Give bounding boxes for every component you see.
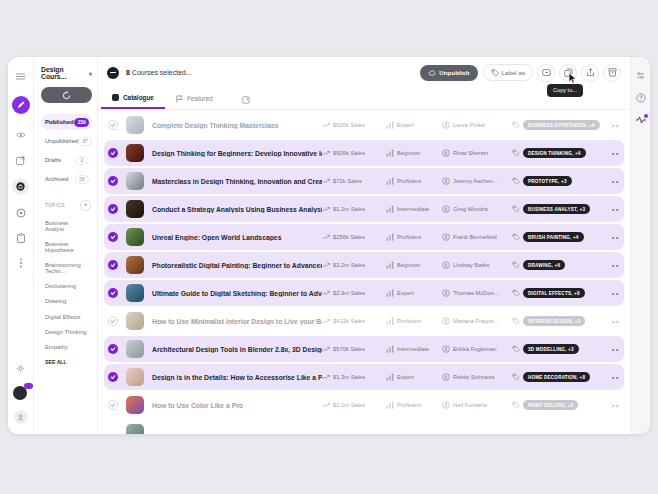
row-checkbox[interactable] [108,344,118,354]
course-table: Complete Design Thinking Masterclass $92… [98,110,630,434]
topic-decluttering[interactable]: Decluttering [41,279,92,294]
topic-badge[interactable]: PROTOTYPE, +3 [523,176,572,186]
workspace-switcher[interactable]: Design Cours... ▾ [41,66,92,80]
table-row[interactable]: Photorealistic Digital Painting: Beginne… [104,252,624,278]
row-checkbox[interactable] [108,260,118,270]
table-row[interactable]: Masterclass in Design Thinking, Innovati… [104,168,624,194]
row-more-button[interactable]: •• [602,318,620,325]
shopping-bag-icon-active[interactable] [12,178,29,195]
status-filter-published[interactable]: Published 239 [41,114,92,130]
settings-gear-icon[interactable] [14,361,28,375]
table-row[interactable]: Architectural Design Tools in Blender 2.… [104,336,624,362]
eye-icon[interactable] [14,128,28,142]
move-to-button[interactable] [537,64,555,82]
app-logo-pen-icon[interactable] [12,96,30,114]
row-more-button[interactable]: •• [602,290,620,297]
course-level: Beginner [397,150,420,156]
activity-icon[interactable] [636,116,646,124]
table-row[interactable]: Ultimate Guide to Digital Sketching: Beg… [104,280,624,306]
course-level: Proficient [397,318,421,324]
table-row[interactable]: Unreal Engine: Open World Landscapes $25… [104,224,624,250]
sync-button[interactable] [41,87,92,103]
see-all-link[interactable]: SEE ALL [41,355,92,369]
author-icon [442,177,450,185]
topic-badge[interactable]: INTERIOR DESIGN, +3 [523,316,585,326]
record-circle-icon[interactable] [14,206,28,220]
row-checkbox[interactable] [108,204,118,214]
table-row-partial[interactable] [104,420,624,434]
table-row[interactable]: Design Thinking for Beginners: Develop I… [104,140,624,166]
topic-badge[interactable]: BUSINESS ANALYST, +3 [523,204,590,214]
add-view-button[interactable] [242,90,250,108]
table-row[interactable]: Complete Design Thinking Masterclass $92… [104,112,624,138]
table-row[interactable]: Conduct a Strategy Analysis Using Busine… [104,196,624,222]
user-avatar[interactable] [13,386,28,401]
level-icon [386,289,394,297]
topic-badge[interactable]: DRAWING, +6 [523,260,565,270]
clipboard-icon[interactable] [14,231,28,245]
topic-badge[interactable]: 3D MODELLING, +3 [523,344,579,354]
topic-business-hypothesis[interactable]: Business Hypothesis [41,236,92,257]
row-more-button[interactable]: •• [602,346,620,353]
topic-badge[interactable]: PAINT COLORS, +2 [523,400,578,410]
topic-badge[interactable]: BUSINESS HYPOTHESIS, +6 [523,120,600,130]
topic-badge[interactable]: HOME DECORATION, +8 [523,372,590,382]
row-more-button[interactable]: •• [602,234,620,241]
table-row[interactable]: Design is in the Details: How to Accesso… [104,364,624,390]
topic-badge[interactable]: DESIGN THINKING, +6 [523,148,586,158]
row-more-button[interactable]: •• [602,122,620,129]
row-more-button[interactable]: •• [602,402,620,409]
topic-drawing[interactable]: Drawing [41,294,92,309]
topic-brainstorming-techn[interactable]: Brainstorming Techn... [41,257,92,278]
menu-icon[interactable] [14,69,28,83]
topic-digital-effects[interactable]: Digital Effects [41,309,92,324]
row-checkbox[interactable] [108,372,118,382]
sales-trend-icon [322,373,330,381]
add-topic-button[interactable]: + [80,200,91,211]
sales-trend-icon [322,205,330,213]
course-thumbnail [126,172,144,190]
account-icon[interactable] [14,410,28,424]
row-more-button[interactable]: •• [602,150,620,157]
label-as-button[interactable]: Label as [483,64,533,81]
row-checkbox[interactable] [108,316,118,326]
copy-to-button[interactable]: Copy to... [559,64,577,82]
row-more-button[interactable]: •• [602,206,620,213]
row-checkbox[interactable] [108,176,118,186]
status-label: Published [45,119,74,125]
course-author: Rinat Sherzer [453,150,488,156]
status-filter-unpublished[interactable]: Unpublished 87 [41,133,92,149]
row-more-button[interactable]: •• [602,178,620,185]
help-icon[interactable] [636,93,646,103]
topic-empathy[interactable]: Empathy [41,339,92,354]
archive-button[interactable] [603,64,621,82]
status-filter-archived[interactable]: Archived 26 [41,171,92,187]
drag-dots-icon[interactable] [14,256,28,270]
topic-business-analyst[interactable]: Business Analyst [41,215,92,236]
topic-badge[interactable]: BRUSH PAINTING, +4 [523,232,584,242]
deselect-all-button[interactable] [107,67,119,79]
share-button[interactable] [581,64,599,82]
export-window-icon[interactable] [14,153,28,167]
row-checkbox[interactable] [108,400,118,410]
row-checkbox[interactable] [108,148,118,158]
row-more-button[interactable]: •• [602,374,620,381]
row-more-button[interactable]: •• [602,262,620,269]
row-checkbox[interactable] [108,120,118,130]
unpublish-button[interactable]: Unpublish [420,65,477,81]
table-row[interactable]: How to Use Minimalist Interior Design to… [104,308,624,334]
topic-design-thinking[interactable]: Design Thinking [41,324,92,339]
course-thumbnail [126,284,144,302]
level-icon [386,177,394,185]
selected-count: 8 [126,69,130,76]
tab-featured[interactable]: Featured [165,88,224,109]
tag-icon [512,317,520,325]
author-icon [442,261,450,269]
status-filter-drafts[interactable]: Drafts 2 [41,152,92,168]
row-checkbox[interactable] [108,288,118,298]
row-checkbox[interactable] [108,232,118,242]
integrations-icon[interactable] [636,71,645,80]
table-row[interactable]: How to Use Color Like a Pro $2.1m Sales … [104,392,624,418]
tab-catalogue[interactable]: Catalogue [101,88,165,109]
topic-badge[interactable]: DIGITAL EFFECTS, +8 [523,288,585,298]
